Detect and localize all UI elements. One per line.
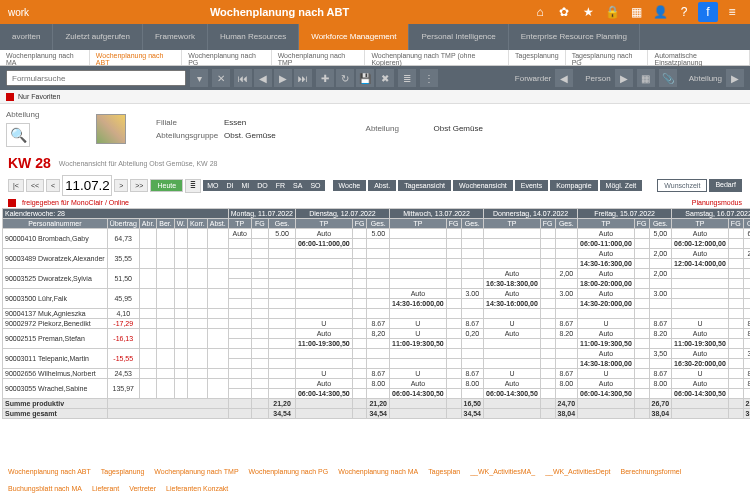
data-cell[interactable] [743,309,750,319]
data-cell[interactable] [555,259,578,269]
data-cell[interactable]: 8.67 [743,369,750,379]
search-icon[interactable]: 🔍 [6,123,30,147]
data-cell[interactable] [352,389,367,399]
data-cell[interactable] [555,309,578,319]
data-cell[interactable] [540,309,555,319]
save-icon[interactable]: 💾 [356,69,374,87]
data-cell[interactable] [446,379,461,389]
data-cell[interactable] [228,339,251,349]
data-cell[interactable] [367,309,390,319]
data-cell[interactable] [367,349,390,359]
data-cell[interactable] [390,309,447,319]
next-icon[interactable]: ▶ [274,69,292,87]
data-cell[interactable] [728,289,743,299]
data-cell[interactable] [461,349,484,359]
fav-label[interactable]: Nur Favoriten [18,93,60,100]
data-cell[interactable] [634,249,649,259]
data-cell[interactable] [461,359,484,369]
options-icon[interactable]: ⋮ [420,69,438,87]
data-cell[interactable] [269,269,296,279]
refresh-icon[interactable]: ↻ [336,69,354,87]
data-cell[interactable] [743,239,750,249]
data-cell[interactable] [649,309,672,319]
data-cell[interactable]: Auto [578,229,635,239]
sub-tab-7[interactable]: Automatische Einsatzplanung [648,50,750,65]
data-cell[interactable] [446,289,461,299]
first-icon[interactable]: ⏮ [234,69,252,87]
data-cell[interactable] [540,339,555,349]
data-cell[interactable] [484,239,541,249]
data-cell[interactable] [251,249,268,259]
data-cell[interactable] [352,339,367,349]
data-cell[interactable] [446,389,461,399]
data-cell[interactable] [251,319,268,329]
data-cell[interactable] [461,299,484,309]
day-btn-mi[interactable]: MI [237,180,253,191]
data-cell[interactable] [295,249,352,259]
data-cell[interactable] [367,359,390,369]
person-cell[interactable]: 90002656 Wilhelmus,Norbert [3,369,108,379]
nav-list-icon[interactable]: ≣ [185,179,201,193]
data-cell[interactable] [634,349,649,359]
clear-icon[interactable]: ✕ [212,69,230,87]
table-row[interactable]: 90002656 Wilhelmus,Norbert24,53U8.67U8.6… [3,369,751,379]
table-row[interactable]: 90003055 Wrachel,Sabine135,97Auto8.00Aut… [3,379,751,389]
main-tab-2[interactable]: Framework [143,24,208,50]
data-cell[interactable] [540,359,555,369]
data-cell[interactable] [367,289,390,299]
data-cell[interactable]: U [672,369,729,379]
data-cell[interactable] [634,269,649,279]
data-cell[interactable]: 14:30-20:000,00 [578,299,635,309]
data-cell[interactable]: U [578,369,635,379]
lock-icon[interactable]: 🔒 [602,2,622,22]
data-cell[interactable] [352,229,367,239]
data-cell[interactable]: 8.67 [649,319,672,329]
data-cell[interactable]: 3.00 [555,289,578,299]
data-cell[interactable] [251,309,268,319]
abt-next-icon[interactable]: ▶ [726,69,744,87]
data-cell[interactable] [390,249,447,259]
data-cell[interactable] [461,309,484,319]
data-cell[interactable]: 3,50 [743,349,750,359]
data-cell[interactable]: 6.00 [743,229,750,239]
person-cell[interactable]: 90003011 Telepanic,Martin [3,349,108,369]
data-cell[interactable] [367,339,390,349]
data-cell[interactable]: U [390,319,447,329]
data-cell[interactable] [634,309,649,319]
data-cell[interactable] [352,379,367,389]
data-cell[interactable] [672,279,729,289]
data-cell[interactable]: 11:00-19:300,50 [295,339,352,349]
data-cell[interactable]: Auto [578,269,635,279]
data-cell[interactable]: 8.67 [743,319,750,329]
data-cell[interactable]: U [672,319,729,329]
data-cell[interactable] [446,329,461,339]
data-cell[interactable]: Auto [578,249,635,259]
data-cell[interactable] [367,299,390,309]
data-cell[interactable]: 14:30-18:000,00 [578,359,635,369]
data-cell[interactable]: 5,00 [649,229,672,239]
data-cell[interactable] [352,329,367,339]
data-cell[interactable]: 06:00-11:000,00 [578,239,635,249]
data-cell[interactable] [672,289,729,299]
nav-first-icon[interactable]: |< [8,179,24,192]
data-cell[interactable] [728,319,743,329]
action-btn-3[interactable]: Wochenansicht [453,180,513,191]
data-cell[interactable]: 5.00 [367,229,390,239]
data-cell[interactable]: U [484,319,541,329]
day-btn-fr[interactable]: FR [272,180,289,191]
data-cell[interactable] [367,259,390,269]
action-btn-1[interactable]: Abst. [368,180,396,191]
data-cell[interactable] [251,279,268,289]
data-cell[interactable] [743,279,750,289]
data-cell[interactable] [728,269,743,279]
data-cell[interactable] [446,259,461,269]
data-cell[interactable] [540,259,555,269]
data-cell[interactable] [555,249,578,259]
data-cell[interactable]: 8,20 [367,329,390,339]
data-cell[interactable]: Auto [228,229,251,239]
nav-prev2-icon[interactable]: << [26,179,44,192]
data-cell[interactable] [540,239,555,249]
sub-tab-4[interactable]: Wochenplanung nach TMP (ohne Kopieren) [365,50,509,65]
data-cell[interactable]: 8.00 [649,379,672,389]
grid-icon[interactable]: ▦ [637,69,655,87]
